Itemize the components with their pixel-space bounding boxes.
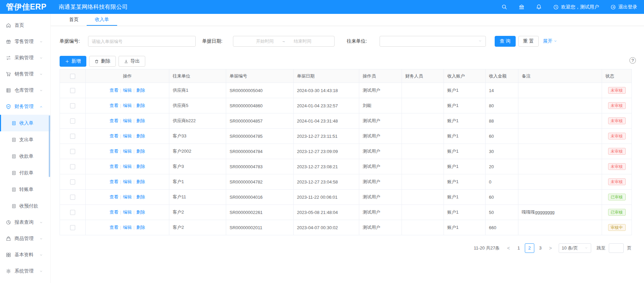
sidebar-subitem-payment[interactable]: 付款单	[0, 165, 50, 181]
status-badge: 审核中	[608, 224, 626, 231]
cell-operator: 测试用户	[359, 129, 402, 144]
sidebar-subitem-expense[interactable]: 支出单	[0, 131, 50, 148]
row-action-delete[interactable]: 删除	[136, 210, 145, 215]
select-all-checkbox[interactable]	[70, 74, 75, 79]
sidebar-subitem-receipt[interactable]: 收款单	[0, 148, 50, 165]
row-action-delete[interactable]: 删除	[136, 164, 145, 169]
row-action-edit[interactable]: 编辑	[123, 225, 132, 230]
row-checkbox[interactable]	[70, 195, 75, 200]
chevron-down-icon	[478, 39, 482, 44]
status-badge: 未审核	[608, 87, 626, 94]
page-button-3[interactable]: 3	[536, 243, 545, 253]
tab-income-bill[interactable]: 收入单	[87, 14, 117, 26]
partner-select[interactable]	[380, 36, 486, 47]
bank-icon[interactable]	[519, 4, 524, 10]
page-size-select[interactable]: 10 条/页	[559, 243, 591, 253]
sidebar-item-label: 系统管理	[15, 268, 34, 274]
row-action-view[interactable]: 查看	[110, 149, 119, 154]
row-action-view[interactable]: 查看	[110, 210, 119, 215]
welcome-user[interactable]: 欢迎您，测试用户	[553, 4, 599, 10]
page-button-2[interactable]: 2	[525, 243, 534, 253]
row-checkbox[interactable]	[70, 134, 75, 139]
help-icon[interactable]: ?	[629, 57, 636, 64]
cell-partner: 客户2002	[169, 144, 226, 159]
sidebar-subitem-label: 收款单	[19, 153, 34, 159]
status-badge: 未审核	[608, 148, 626, 155]
row-checkbox[interactable]	[70, 88, 75, 93]
row-action-view[interactable]: 查看	[110, 194, 119, 199]
row-action-delete[interactable]: 删除	[136, 103, 145, 108]
bill-no-input[interactable]	[88, 36, 196, 47]
search-icon[interactable]	[501, 4, 507, 10]
row-action-edit[interactable]: 编辑	[123, 133, 132, 138]
date-range-input[interactable]: 开始时间 ~ 结束时间	[233, 36, 335, 47]
cell-partner: 客户11	[169, 190, 226, 205]
row-action-edit[interactable]: 编辑	[123, 210, 132, 215]
column-header: 备注	[518, 69, 602, 83]
row-checkbox[interactable]	[70, 179, 75, 184]
row-action-delete[interactable]: 删除	[136, 88, 145, 93]
row-actions: 查看|编辑|删除	[86, 159, 169, 174]
next-page-button[interactable]: >	[547, 245, 554, 251]
row-action-delete[interactable]: 删除	[136, 179, 145, 184]
page-button-1[interactable]: 1	[514, 243, 523, 253]
sidebar-item-report[interactable]: 报表查询	[0, 214, 50, 231]
prev-page-button[interactable]: <	[505, 245, 512, 251]
sidebar-subitem-transfer[interactable]: 转账单	[0, 181, 50, 198]
chevron-down-icon	[554, 39, 557, 43]
jump-prefix: 跳至	[597, 245, 605, 251]
reset-button[interactable]: 重 置	[518, 36, 539, 47]
expand-link[interactable]: 展开	[543, 38, 557, 44]
row-action-delete[interactable]: 删除	[136, 194, 145, 199]
sidebar-item-basic[interactable]: 基本资料	[0, 247, 50, 263]
sidebar-item-retail[interactable]: 零售管理	[0, 34, 50, 50]
sidebar-item-purchase[interactable]: 采购管理	[0, 50, 50, 66]
sidebar-subitem-advance[interactable]: 收预付款	[0, 198, 50, 214]
row-action-edit[interactable]: 编辑	[123, 194, 132, 199]
sidebar-item-goods[interactable]: 商品管理	[0, 231, 50, 247]
bell-icon[interactable]	[536, 4, 542, 10]
tab-home[interactable]: 首页	[61, 14, 87, 26]
row-action-edit[interactable]: 编辑	[123, 179, 132, 184]
action-separator: |	[120, 103, 121, 108]
chevron-down-icon	[39, 253, 43, 257]
chevron-up-icon	[39, 105, 43, 109]
row-checkbox[interactable]	[70, 149, 75, 154]
sidebar-item-finance[interactable]: 财务管理	[0, 99, 50, 115]
finance-icon	[6, 104, 11, 109]
row-checkbox[interactable]	[70, 103, 75, 108]
row-action-delete[interactable]: 删除	[136, 225, 145, 230]
row-action-view[interactable]: 查看	[110, 164, 119, 169]
sidebar-item-sales[interactable]: 销售管理	[0, 66, 50, 82]
sidebar-subitem-income[interactable]: 收入单	[0, 115, 50, 131]
row-action-edit[interactable]: 编辑	[123, 88, 132, 93]
sidebar-item-warehouse[interactable]: 仓库管理	[0, 82, 50, 99]
row-action-view[interactable]: 查看	[110, 179, 119, 184]
sidebar-scrollbar-thumb[interactable]	[49, 115, 50, 177]
export-button[interactable]: 导出	[119, 56, 145, 67]
cell-partner: 客户33	[169, 129, 226, 144]
add-button[interactable]: 新增	[60, 56, 86, 67]
row-checkbox[interactable]	[70, 164, 75, 169]
row-action-view[interactable]: 查看	[110, 118, 119, 123]
row-checkbox[interactable]	[70, 225, 75, 230]
jump-page-input[interactable]	[609, 243, 624, 253]
row-action-edit[interactable]: 编辑	[123, 103, 132, 108]
row-action-view[interactable]: 查看	[110, 88, 119, 93]
row-checkbox[interactable]	[70, 210, 75, 215]
row-action-view[interactable]: 查看	[110, 133, 119, 138]
delete-button[interactable]: 删除	[89, 56, 116, 67]
row-action-edit[interactable]: 编辑	[123, 149, 132, 154]
row-action-view[interactable]: 查看	[110, 103, 119, 108]
row-action-delete[interactable]: 删除	[136, 133, 145, 138]
sidebar-item-system[interactable]: 系统管理	[0, 263, 50, 279]
row-action-delete[interactable]: 删除	[136, 118, 145, 123]
row-checkbox[interactable]	[70, 118, 75, 124]
row-action-edit[interactable]: 编辑	[123, 164, 132, 169]
search-button[interactable]: 查 询	[495, 36, 516, 47]
row-action-view[interactable]: 查看	[110, 225, 119, 230]
row-action-edit[interactable]: 编辑	[123, 118, 132, 123]
row-action-delete[interactable]: 删除	[136, 149, 145, 154]
sidebar-item-home[interactable]: 首页	[0, 17, 50, 34]
logout-button[interactable]: 退出登录	[610, 4, 637, 10]
